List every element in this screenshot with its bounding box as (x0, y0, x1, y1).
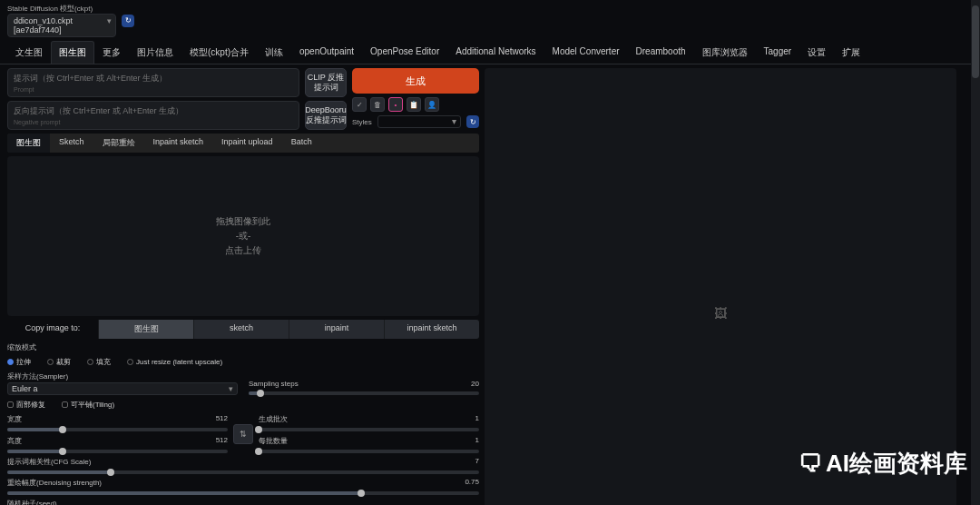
resize-stretch-radio[interactable]: 拉伸 (7, 357, 31, 367)
styles-dropdown[interactable] (377, 115, 461, 128)
subtab-2[interactable]: 局部重绘 (93, 134, 144, 153)
copy-to-img2img[interactable]: 图生图 (98, 320, 193, 339)
paste-button[interactable]: 📋 (407, 97, 421, 112)
resize-mode-label: 缩放模式 (7, 342, 479, 352)
model-label: Stable Diffusion 模型(ckpt) (7, 4, 116, 14)
nav-tab-2[interactable]: 更多 (94, 41, 129, 64)
nav-tab-3[interactable]: 图片信息 (129, 41, 181, 64)
cfg-slider[interactable] (7, 470, 479, 474)
cfg-label: 提示词相关性(CFG Scale) (7, 457, 91, 467)
steps-label: Sampling steps (249, 380, 299, 388)
width-value: 512 (216, 414, 228, 424)
prompt-input[interactable]: 提示词（按 Ctrl+Enter 或 Alt+Enter 生成）Prompt (7, 68, 299, 97)
nav-tab-13[interactable]: 设置 (799, 41, 834, 64)
cfg-value: 7 (475, 457, 479, 467)
resize-crop-radio[interactable]: 裁剪 (47, 357, 71, 367)
reload-model-button[interactable]: ↻ (122, 15, 134, 27)
copy-to-sketch[interactable]: sketch (193, 320, 289, 339)
nav-tab-4[interactable]: 模型(ckpt)合并 (181, 41, 257, 64)
subtab-3[interactable]: Inpaint sketch (144, 134, 213, 153)
swap-dimensions-button[interactable]: ⇅ (233, 424, 253, 444)
batch-count-slider[interactable] (259, 428, 479, 431)
batch-count-label: 生成批次 (259, 414, 288, 424)
deepbooru-button[interactable]: DeepBooru 反推提示词 (305, 101, 347, 130)
image-placeholder-icon: 🖼 (714, 306, 727, 321)
nav-tab-9[interactable]: Model Converter (544, 41, 628, 64)
apply-style-button[interactable]: ✓ (352, 97, 367, 112)
subtab-5[interactable]: Batch (282, 134, 321, 153)
subtab-4[interactable]: Inpaint upload (212, 134, 282, 153)
negative-prompt-input[interactable]: 反向提示词（按 Ctrl+Enter 或 Alt+Enter 生成）Negati… (7, 101, 299, 130)
resize-latent-radio[interactable]: Just resize (latent upscale) (127, 357, 222, 367)
watermark: 🗨 AI绘画资料库 (799, 448, 967, 480)
width-label: 宽度 (7, 414, 22, 424)
subtab-0[interactable]: 图生图 (7, 134, 50, 153)
denoise-value: 0.75 (465, 478, 479, 488)
copy-to-inpaint-sketch[interactable]: inpaint sketch (384, 320, 479, 339)
output-preview: 🖼 (485, 68, 956, 505)
face-restore-checkbox[interactable]: 面部修复 (7, 400, 45, 410)
styles-label: Styles (352, 118, 372, 126)
nav-tab-0[interactable]: 文生图 (7, 41, 51, 64)
nav-tab-6[interactable]: openOutpaint (291, 41, 362, 64)
extra-networks-button[interactable]: • (388, 97, 403, 112)
steps-value: 20 (471, 380, 479, 388)
save-style-button[interactable]: 👤 (425, 97, 439, 112)
seed-label: 随机种子(seed) (7, 499, 426, 505)
subtab-1[interactable]: Sketch (50, 134, 93, 153)
image-drop-zone[interactable]: 拖拽图像到此-或-点击上传 (7, 156, 479, 316)
wechat-icon: 🗨 (799, 450, 822, 478)
nav-tab-10[interactable]: Dreambooth (628, 41, 694, 64)
clip-interrogate-button[interactable]: CLIP 反推提示词 (305, 68, 347, 97)
nav-tab-5[interactable]: 训练 (257, 41, 291, 64)
nav-tab-7[interactable]: OpenPose Editor (362, 41, 447, 64)
copy-image-label: Copy image to: (7, 320, 98, 339)
batch-count-value: 1 (475, 414, 479, 424)
copy-to-inpaint[interactable]: inpaint (289, 320, 384, 339)
sampler-dropdown[interactable]: Euler a (7, 382, 238, 395)
resize-fill-radio[interactable]: 填充 (87, 357, 111, 367)
nav-tab-1[interactable]: 图生图 (51, 41, 94, 64)
nav-tab-8[interactable]: Additional Networks (447, 41, 544, 64)
tiling-checkbox[interactable]: 可平铺(Tiling) (62, 400, 114, 410)
nav-tab-11[interactable]: 图库浏览器 (694, 41, 756, 64)
generate-button[interactable]: 生成 (352, 68, 479, 94)
height-value: 512 (216, 436, 228, 446)
denoise-label: 重绘幅度(Denoising strength) (7, 478, 102, 488)
denoise-slider[interactable] (7, 491, 479, 495)
nav-tab-14[interactable]: 扩展 (834, 41, 868, 64)
scrollbar[interactable] (971, 0, 980, 505)
scrollbar-thumb[interactable] (972, 5, 979, 78)
steps-slider[interactable] (249, 391, 479, 395)
batch-size-label: 每批数量 (259, 436, 288, 446)
batch-size-slider[interactable] (259, 450, 479, 453)
width-slider[interactable] (7, 428, 228, 431)
height-slider[interactable] (7, 450, 228, 453)
model-dropdown[interactable]: ddicon_v10.ckpt [ae7daf7440] (7, 14, 116, 37)
clear-prompt-button[interactable]: 🗑 (370, 97, 385, 112)
sampler-label: 采样方法(Sampler) (7, 371, 238, 381)
batch-size-value: 1 (475, 436, 479, 446)
styles-reload-button[interactable]: ↻ (466, 115, 479, 128)
height-label: 高度 (7, 436, 22, 446)
nav-tab-12[interactable]: Tagger (756, 41, 800, 64)
